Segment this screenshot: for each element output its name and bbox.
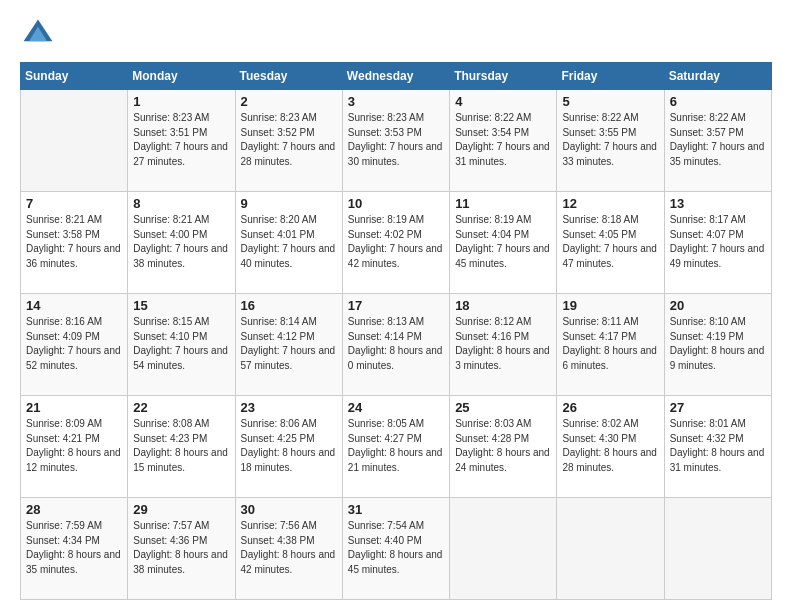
calendar-cell: 29Sunrise: 7:57 AMSunset: 4:36 PMDayligh… [128, 498, 235, 600]
calendar-cell: 22Sunrise: 8:08 AMSunset: 4:23 PMDayligh… [128, 396, 235, 498]
daylight-text: Daylight: 7 hours and 38 minutes. [133, 243, 228, 269]
day-content: Sunrise: 8:18 AMSunset: 4:05 PMDaylight:… [562, 213, 658, 271]
sunrise-text: Sunrise: 8:12 AM [455, 316, 531, 327]
calendar-cell: 16Sunrise: 8:14 AMSunset: 4:12 PMDayligh… [235, 294, 342, 396]
day-content: Sunrise: 8:13 AMSunset: 4:14 PMDaylight:… [348, 315, 444, 373]
calendar-cell: 24Sunrise: 8:05 AMSunset: 4:27 PMDayligh… [342, 396, 449, 498]
sunrise-text: Sunrise: 8:23 AM [133, 112, 209, 123]
calendar-cell: 27Sunrise: 8:01 AMSunset: 4:32 PMDayligh… [664, 396, 771, 498]
sunset-text: Sunset: 3:55 PM [562, 127, 636, 138]
daylight-text: Daylight: 7 hours and 57 minutes. [241, 345, 336, 371]
daylight-text: Daylight: 7 hours and 31 minutes. [455, 141, 550, 167]
sunrise-text: Sunrise: 8:19 AM [455, 214, 531, 225]
calendar-cell: 14Sunrise: 8:16 AMSunset: 4:09 PMDayligh… [21, 294, 128, 396]
day-number: 15 [133, 298, 229, 313]
sunset-text: Sunset: 3:58 PM [26, 229, 100, 240]
header-row: SundayMondayTuesdayWednesdayThursdayFrid… [21, 63, 772, 90]
daylight-text: Daylight: 8 hours and 35 minutes. [26, 549, 121, 575]
calendar-cell: 4Sunrise: 8:22 AMSunset: 3:54 PMDaylight… [450, 90, 557, 192]
sunrise-text: Sunrise: 8:17 AM [670, 214, 746, 225]
calendar-cell: 6Sunrise: 8:22 AMSunset: 3:57 PMDaylight… [664, 90, 771, 192]
daylight-text: Daylight: 8 hours and 38 minutes. [133, 549, 228, 575]
day-content: Sunrise: 8:10 AMSunset: 4:19 PMDaylight:… [670, 315, 766, 373]
day-number: 27 [670, 400, 766, 415]
sunset-text: Sunset: 4:25 PM [241, 433, 315, 444]
day-number: 6 [670, 94, 766, 109]
calendar-cell: 21Sunrise: 8:09 AMSunset: 4:21 PMDayligh… [21, 396, 128, 498]
week-row-1: 7Sunrise: 8:21 AMSunset: 3:58 PMDaylight… [21, 192, 772, 294]
sunset-text: Sunset: 3:54 PM [455, 127, 529, 138]
day-content: Sunrise: 8:08 AMSunset: 4:23 PMDaylight:… [133, 417, 229, 475]
sunset-text: Sunset: 4:05 PM [562, 229, 636, 240]
sunset-text: Sunset: 4:09 PM [26, 331, 100, 342]
sunrise-text: Sunrise: 8:11 AM [562, 316, 638, 327]
calendar-cell: 1Sunrise: 8:23 AMSunset: 3:51 PMDaylight… [128, 90, 235, 192]
day-number: 22 [133, 400, 229, 415]
calendar-cell: 31Sunrise: 7:54 AMSunset: 4:40 PMDayligh… [342, 498, 449, 600]
daylight-text: Daylight: 8 hours and 45 minutes. [348, 549, 443, 575]
daylight-text: Daylight: 8 hours and 15 minutes. [133, 447, 228, 473]
sunrise-text: Sunrise: 8:10 AM [670, 316, 746, 327]
day-number: 23 [241, 400, 337, 415]
calendar-cell: 5Sunrise: 8:22 AMSunset: 3:55 PMDaylight… [557, 90, 664, 192]
calendar-cell: 15Sunrise: 8:15 AMSunset: 4:10 PMDayligh… [128, 294, 235, 396]
daylight-text: Daylight: 8 hours and 21 minutes. [348, 447, 443, 473]
daylight-text: Daylight: 7 hours and 33 minutes. [562, 141, 657, 167]
day-content: Sunrise: 8:23 AMSunset: 3:51 PMDaylight:… [133, 111, 229, 169]
day-number: 2 [241, 94, 337, 109]
day-number: 12 [562, 196, 658, 211]
sunset-text: Sunset: 3:52 PM [241, 127, 315, 138]
sunrise-text: Sunrise: 7:54 AM [348, 520, 424, 531]
calendar-cell: 30Sunrise: 7:56 AMSunset: 4:38 PMDayligh… [235, 498, 342, 600]
calendar-cell [557, 498, 664, 600]
day-number: 17 [348, 298, 444, 313]
col-header-monday: Monday [128, 63, 235, 90]
day-number: 4 [455, 94, 551, 109]
day-content: Sunrise: 8:09 AMSunset: 4:21 PMDaylight:… [26, 417, 122, 475]
sunrise-text: Sunrise: 8:19 AM [348, 214, 424, 225]
page: SundayMondayTuesdayWednesdayThursdayFrid… [0, 0, 792, 612]
sunrise-text: Sunrise: 8:21 AM [26, 214, 102, 225]
day-content: Sunrise: 7:56 AMSunset: 4:38 PMDaylight:… [241, 519, 337, 577]
sunrise-text: Sunrise: 8:06 AM [241, 418, 317, 429]
sunrise-text: Sunrise: 7:56 AM [241, 520, 317, 531]
day-content: Sunrise: 8:06 AMSunset: 4:25 PMDaylight:… [241, 417, 337, 475]
day-number: 13 [670, 196, 766, 211]
calendar-cell: 26Sunrise: 8:02 AMSunset: 4:30 PMDayligh… [557, 396, 664, 498]
sunrise-text: Sunrise: 8:14 AM [241, 316, 317, 327]
day-content: Sunrise: 8:22 AMSunset: 3:57 PMDaylight:… [670, 111, 766, 169]
day-content: Sunrise: 8:15 AMSunset: 4:10 PMDaylight:… [133, 315, 229, 373]
sunrise-text: Sunrise: 8:15 AM [133, 316, 209, 327]
day-content: Sunrise: 8:01 AMSunset: 4:32 PMDaylight:… [670, 417, 766, 475]
sunrise-text: Sunrise: 8:23 AM [241, 112, 317, 123]
day-content: Sunrise: 8:02 AMSunset: 4:30 PMDaylight:… [562, 417, 658, 475]
daylight-text: Daylight: 8 hours and 42 minutes. [241, 549, 336, 575]
logo-icon [20, 16, 56, 52]
daylight-text: Daylight: 7 hours and 28 minutes. [241, 141, 336, 167]
daylight-text: Daylight: 8 hours and 18 minutes. [241, 447, 336, 473]
daylight-text: Daylight: 7 hours and 45 minutes. [455, 243, 550, 269]
day-content: Sunrise: 8:12 AMSunset: 4:16 PMDaylight:… [455, 315, 551, 373]
week-row-3: 21Sunrise: 8:09 AMSunset: 4:21 PMDayligh… [21, 396, 772, 498]
col-header-tuesday: Tuesday [235, 63, 342, 90]
day-content: Sunrise: 8:22 AMSunset: 3:55 PMDaylight:… [562, 111, 658, 169]
calendar-cell [664, 498, 771, 600]
day-content: Sunrise: 8:22 AMSunset: 3:54 PMDaylight:… [455, 111, 551, 169]
daylight-text: Daylight: 7 hours and 54 minutes. [133, 345, 228, 371]
col-header-sunday: Sunday [21, 63, 128, 90]
sunrise-text: Sunrise: 8:22 AM [562, 112, 638, 123]
calendar-body: 1Sunrise: 8:23 AMSunset: 3:51 PMDaylight… [21, 90, 772, 600]
sunrise-text: Sunrise: 8:03 AM [455, 418, 531, 429]
sunset-text: Sunset: 4:04 PM [455, 229, 529, 240]
calendar-cell: 18Sunrise: 8:12 AMSunset: 4:16 PMDayligh… [450, 294, 557, 396]
sunset-text: Sunset: 4:07 PM [670, 229, 744, 240]
sunrise-text: Sunrise: 8:13 AM [348, 316, 424, 327]
day-number: 24 [348, 400, 444, 415]
col-header-wednesday: Wednesday [342, 63, 449, 90]
day-content: Sunrise: 8:23 AMSunset: 3:53 PMDaylight:… [348, 111, 444, 169]
day-number: 5 [562, 94, 658, 109]
calendar-cell: 3Sunrise: 8:23 AMSunset: 3:53 PMDaylight… [342, 90, 449, 192]
day-number: 11 [455, 196, 551, 211]
calendar-cell: 11Sunrise: 8:19 AMSunset: 4:04 PMDayligh… [450, 192, 557, 294]
day-number: 26 [562, 400, 658, 415]
